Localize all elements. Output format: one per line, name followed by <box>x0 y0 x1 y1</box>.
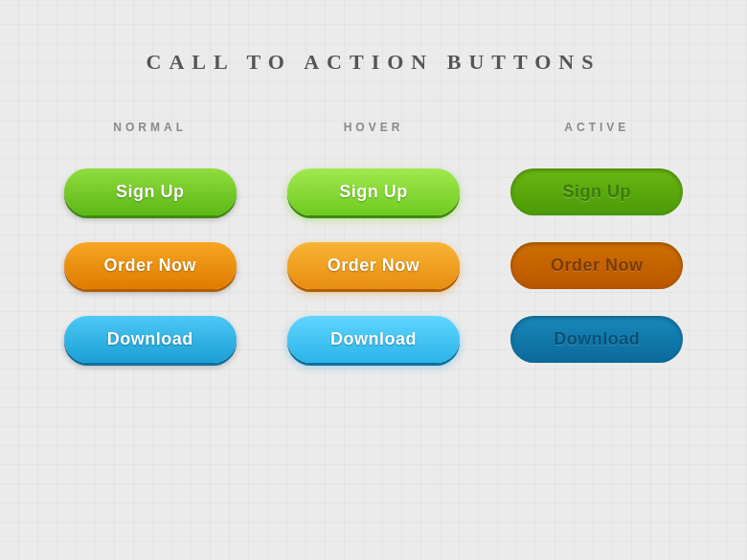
order-normal-button[interactable]: Order Now <box>64 242 237 289</box>
column-normal-header: NORMAL <box>113 121 187 134</box>
signup-hover-button[interactable]: Sign Up <box>287 168 460 215</box>
column-active: ACTIVE Sign Up Order Now Download <box>486 121 709 363</box>
column-normal: NORMAL Sign Up Order Now Download <box>38 121 261 363</box>
column-hover: HOVER Sign Up Order Now Download <box>261 121 485 363</box>
signup-normal-button[interactable]: Sign Up <box>64 168 237 215</box>
column-hover-header: HOVER <box>344 121 404 134</box>
page-title: CALL TO ACTION BUTTONS <box>147 50 601 75</box>
download-normal-button[interactable]: Download <box>64 316 237 363</box>
order-hover-button[interactable]: Order Now <box>287 242 460 289</box>
order-active-button[interactable]: Order Now <box>510 242 683 289</box>
active-buttons-group: Sign Up Order Now Download <box>510 168 683 363</box>
columns-container: NORMAL Sign Up Order Now Download HOVER … <box>0 121 747 363</box>
download-hover-button[interactable]: Download <box>287 316 460 363</box>
normal-buttons-group: Sign Up Order Now Download <box>64 168 237 363</box>
hover-buttons-group: Sign Up Order Now Download <box>287 168 460 363</box>
signup-active-button[interactable]: Sign Up <box>510 168 683 215</box>
column-active-header: ACTIVE <box>564 121 629 134</box>
download-active-button[interactable]: Download <box>510 316 683 363</box>
